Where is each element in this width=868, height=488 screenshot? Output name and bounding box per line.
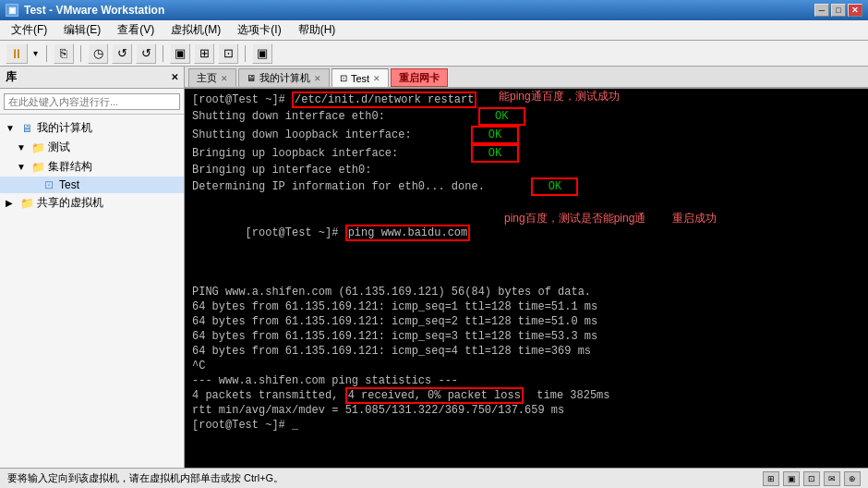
- tab-bar: 主页 ✕ 🖥 我的计算机 ✕ ⊡ Test ✕ 重启网卡: [185, 67, 868, 89]
- folder-icon-shared: 📁: [20, 197, 33, 210]
- sidebar: 库 ✕ ▼ 🖥 我的计算机 ▼ 📁 测试 ▼ 📁 集群结构: [0, 67, 185, 468]
- pc-icon: 🖥: [20, 122, 33, 135]
- tab-my-computer[interactable]: 🖥 我的计算机 ✕: [238, 68, 330, 87]
- terminal-line-13: 64 bytes from 61.135.169.121: icmp_seq=4…: [192, 344, 861, 359]
- terminal-line-2: Shutting down interface eth0: OK: [192, 107, 861, 126]
- unity-button[interactable]: ▣: [252, 43, 272, 64]
- tab-home[interactable]: 主页 ✕: [188, 68, 236, 87]
- terminal-line-4: Bringing up loopback interface: OK: [192, 144, 861, 163]
- packet-loss-highlight: 4 received, 0% packet loss: [345, 387, 524, 404]
- toolbar-separator-4: [245, 45, 246, 62]
- terminal-line-10: 64 bytes from 61.135.169.121: icmp_seq=1…: [192, 299, 861, 314]
- status-icon-2[interactable]: ▣: [783, 471, 800, 486]
- vm-icon: ⊡: [42, 178, 55, 191]
- menu-view[interactable]: 查看(V): [110, 20, 162, 40]
- maximize-button[interactable]: □: [831, 4, 846, 17]
- terminal-line-3: Shutting down loopback interface: OK: [192, 126, 861, 144]
- expander-test-group[interactable]: ▼: [17, 142, 28, 152]
- window-controls: ─ □ ✕: [814, 4, 862, 17]
- sidebar-item-test-vm[interactable]: ⊡ Test: [0, 177, 184, 193]
- annotation-restart-ok: 重启成功: [672, 211, 717, 226]
- status-icon-4[interactable]: ✉: [824, 471, 840, 486]
- tab-test[interactable]: ⊡ Test ✕: [332, 68, 389, 87]
- sidebar-item-test-group[interactable]: ▼ 📁 测试: [0, 138, 184, 157]
- terminal-line-18: [root@Test ~]# _ 能ping通百度，测试成功: [192, 418, 861, 462]
- terminal-line-12: 64 bytes from 61.135.169.121: icmp_seq=3…: [192, 329, 861, 344]
- folder-icon-cluster: 📁: [31, 161, 44, 174]
- expander-cluster[interactable]: ▼: [17, 162, 28, 172]
- terminal-line-6: Determining IP information for eth0... d…: [192, 177, 861, 196]
- prompt-1: [root@Test ~]#: [192, 93, 292, 106]
- menu-file[interactable]: 文件(F): [4, 20, 54, 40]
- toolbar-separator-1: [46, 45, 47, 62]
- ok-1: OK: [478, 107, 525, 126]
- resume-button[interactable]: ↺: [136, 43, 156, 64]
- toolbar-separator-2: [80, 45, 81, 62]
- sidebar-header: 库 ✕: [0, 67, 184, 89]
- tab-home-label: 主页: [197, 71, 217, 85]
- expander-shared-vms[interactable]: ▶: [6, 198, 17, 208]
- sidebar-item-shared-vms[interactable]: ▶ 📁 共享的虚拟机: [0, 193, 184, 213]
- extend-screen-button[interactable]: ⊡: [218, 43, 238, 64]
- sidebar-close-button[interactable]: ✕: [171, 72, 178, 82]
- menu-tab[interactable]: 选项卡(I): [230, 20, 288, 40]
- tab-test-close[interactable]: ✕: [373, 74, 380, 83]
- main-content: 库 ✕ ▼ 🖥 我的计算机 ▼ 📁 测试 ▼ 📁 集群结构: [0, 67, 868, 468]
- minimize-button[interactable]: ─: [814, 4, 829, 17]
- folder-icon-test-group: 📁: [31, 141, 44, 154]
- sidebar-item-label-my-computer: 我的计算机: [37, 120, 92, 136]
- sidebar-search-input[interactable]: [4, 93, 180, 110]
- snapshot-button[interactable]: ◷: [88, 43, 108, 64]
- restart-network-label: 重启网卡: [399, 71, 440, 85]
- restart-network-tab[interactable]: 重启网卡: [391, 68, 448, 87]
- status-icon-1[interactable]: ⊞: [763, 471, 779, 486]
- full-screen-button[interactable]: ▣: [170, 43, 190, 64]
- annotation-ping: ping百度，测试是否能ping通: [504, 211, 645, 226]
- tab-my-computer-icon: 🖥: [247, 73, 256, 83]
- send-ctrl-alt-del-button[interactable]: ⎘: [54, 43, 74, 64]
- app-icon: ▣: [6, 4, 18, 17]
- tab-my-computer-close[interactable]: ✕: [314, 74, 321, 83]
- status-icon-5[interactable]: ⊕: [844, 471, 861, 486]
- toolbar: ⏸ ▾ ⎘ ◷ ↺ ↺ ▣ ⊞ ⊡ ▣: [0, 41, 868, 67]
- sidebar-search-area: [0, 89, 184, 115]
- terminal-screen[interactable]: [root@Test ~]# /etc/init.d/network resta…: [185, 89, 868, 468]
- tab-my-computer-label: 我的计算机: [259, 71, 310, 85]
- menu-bar: 文件(F) 编辑(E) 查看(V) 虚拟机(M) 选项卡(I) 帮助(H): [0, 20, 868, 41]
- terminal-line-15: --- www.a.shifen.com ping statistics ---: [192, 373, 861, 388]
- sidebar-item-cluster[interactable]: ▼ 📁 集群结构: [0, 157, 184, 177]
- terminal-line-11: 64 bytes from 61.135.169.121: icmp_seq=2…: [192, 314, 861, 329]
- command-ping: ping www.baidu.com: [345, 225, 471, 241]
- status-icon-3[interactable]: ⊡: [803, 471, 820, 486]
- status-text: 要将输入定向到该虚拟机，请在虚拟机内部单击或按 Ctrl+G。: [7, 471, 283, 485]
- menu-edit[interactable]: 编辑(E): [56, 20, 108, 40]
- expander-my-computer[interactable]: ▼: [6, 123, 17, 133]
- prompt-2: [root@Test ~]#: [246, 226, 345, 239]
- status-bar: 要将输入定向到该虚拟机，请在虚拟机内部单击或按 Ctrl+G。 ⊞ ▣ ⊡ ✉ …: [0, 468, 868, 488]
- sidebar-item-label-test-group: 测试: [48, 140, 70, 155]
- menu-help[interactable]: 帮助(H): [291, 20, 344, 40]
- sidebar-item-label-shared: 共享的虚拟机: [37, 195, 103, 211]
- tab-test-icon: ⊡: [340, 73, 347, 83]
- terminal-line-5: Bringing up interface eth0:: [192, 163, 861, 177]
- ok-3: OK: [471, 144, 518, 163]
- revert-button[interactable]: ↺: [112, 43, 132, 64]
- menu-vm[interactable]: 虚拟机(M): [163, 20, 228, 40]
- sidebar-item-my-computer[interactable]: ▼ 🖥 我的计算机: [0, 118, 184, 138]
- ok-4: OK: [531, 177, 578, 196]
- terminal-line-16: 4 packets transmitted, 4 received, 0% pa…: [192, 388, 861, 403]
- terminal-area: 主页 ✕ 🖥 我的计算机 ✕ ⊡ Test ✕ 重启网卡 [root@Test …: [185, 67, 868, 468]
- terminal-line-7: [192, 196, 861, 211]
- tab-home-close[interactable]: ✕: [221, 74, 228, 83]
- terminal-line-8: [root@Test ~]# ping www.baidu.com ping百度…: [192, 211, 861, 285]
- title-bar: ▣ Test - VMware Workstation ─ □ ✕: [0, 0, 868, 20]
- terminal-line-17: rtt min/avg/max/mdev = 51.085/131.322/36…: [192, 403, 861, 418]
- close-button[interactable]: ✕: [848, 4, 862, 17]
- pause-button[interactable]: ⏸: [6, 43, 28, 64]
- sidebar-item-label-test-vm: Test: [59, 178, 79, 191]
- command-network-restart: /etc/init.d/network restart: [292, 92, 476, 108]
- sidebar-tree: ▼ 🖥 我的计算机 ▼ 📁 测试 ▼ 📁 集群结构 ⊡ Test: [0, 115, 184, 468]
- status-icons: ⊞ ▣ ⊡ ✉ ⊕: [763, 471, 861, 486]
- pause-arrow: ▾: [31, 48, 40, 58]
- fit-screen-button[interactable]: ⊞: [194, 43, 214, 64]
